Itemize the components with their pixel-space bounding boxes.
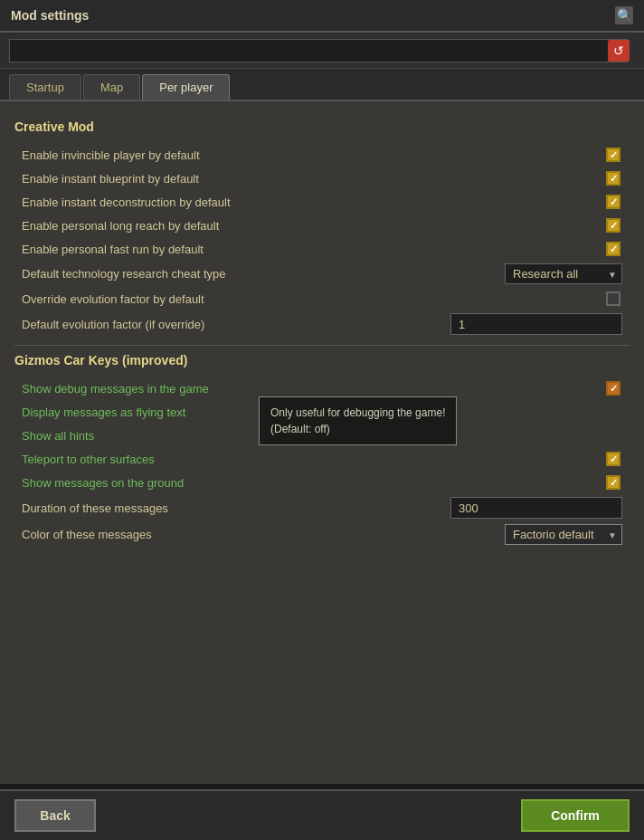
dropdown-research-type[interactable]: Research all Research one None [505,263,622,284]
checkbox-instant-blueprint[interactable] [606,171,620,186]
label-teleport-surfaces[interactable]: Teleport to other surfaces [22,453,604,466]
checkbox-override-evolution[interactable] [606,291,620,306]
checkbox-show-debug-messages[interactable] [606,381,620,396]
label-research-cheat-type: Default technology research cheat type [22,267,505,281]
search-icon[interactable]: 🔍 [615,6,633,24]
checkbox-invincible-player[interactable] [606,148,620,162]
label-instant-deconstruction: Enable instant deconstruction by default [22,196,604,209]
setting-show-debug-messages: Show debug messages in the game Only use… [14,377,630,400]
tabs-container: Startup Map Per player [0,69,644,101]
setting-personal-fast-run: Enable personal fast run by default [14,237,630,261]
label-invincible-player: Enable invincible player by default [22,148,604,162]
setting-color-messages: Color of these messages Factorio default… [14,521,630,548]
label-instant-blueprint: Enable instant blueprint by default [22,172,604,186]
bottom-bar: Back Confirm [0,789,644,840]
checkbox-personal-fast-run[interactable] [606,242,620,256]
tab-map[interactable]: Map [83,74,140,100]
window-title: Mod settings [11,8,89,23]
setting-personal-long-reach: Enable personal long reach by default [14,214,630,237]
tab-per-player[interactable]: Per player [142,74,230,100]
setting-default-evolution-factor: Default evolution factor (if override) [14,310,630,338]
setting-override-evolution: Override evolution factor by default [14,287,630,310]
input-duration-messages[interactable] [450,497,622,519]
setting-research-cheat-type: Default technology research cheat type R… [14,261,630,287]
label-default-evolution-factor: Default evolution factor (if override) [22,318,450,331]
setting-show-all-hints: Show all hints [14,424,630,447]
label-override-evolution: Override evolution factor by default [22,292,604,306]
checkbox-personal-long-reach[interactable] [606,218,620,233]
back-button[interactable]: Back [14,799,96,832]
label-personal-fast-run: Enable personal fast run by default [22,243,604,256]
label-color-messages: Color of these messages [22,528,505,541]
label-display-flying-text[interactable]: Display messages as flying text [22,406,622,419]
dropdown-research-type-container: Research all Research one None ▼ [505,263,622,284]
label-show-debug-messages[interactable]: Show debug messages in the game [22,382,604,396]
dropdown-color-messages[interactable]: Factorio default Red Green Blue [505,524,622,545]
label-duration-messages: Duration of these messages [22,501,450,515]
tab-startup[interactable]: Startup [9,74,81,100]
setting-invincible-player: Enable invincible player by default [14,143,630,167]
label-show-all-hints[interactable]: Show all hints [22,429,622,443]
label-personal-long-reach: Enable personal long reach by default [22,219,604,233]
confirm-button[interactable]: Confirm [521,799,630,832]
setting-show-messages-ground: Show messages on the ground [14,471,630,494]
content-area: Creative Mod Enable invincible player by… [0,101,644,784]
input-default-evolution-factor[interactable] [450,313,622,335]
checkbox-instant-deconstruction[interactable] [606,195,620,209]
search-reset-button[interactable]: ↺ [608,40,630,62]
checkbox-show-messages-ground[interactable] [606,475,620,490]
setting-duration-messages: Duration of these messages [14,494,630,521]
search-bar: ↺ [0,33,644,69]
section-gizmos-title: Gizmos Car Keys (improved) [14,353,630,368]
setting-teleport-surfaces: Teleport to other surfaces [14,447,630,471]
checkbox-teleport-surfaces[interactable] [606,452,620,466]
setting-instant-deconstruction: Enable instant deconstruction by default [14,190,630,214]
title-bar: Mod settings 🔍 [0,0,644,33]
setting-display-flying-text: Display messages as flying text [14,400,630,424]
dropdown-color-container: Factorio default Red Green Blue ▼ [505,524,622,545]
setting-instant-blueprint: Enable instant blueprint by default [14,167,630,190]
label-show-messages-ground[interactable]: Show messages on the ground [22,476,604,490]
section-divider [14,345,630,346]
section-creative-mod-title: Creative Mod [14,119,630,134]
search-input[interactable] [9,39,628,62]
